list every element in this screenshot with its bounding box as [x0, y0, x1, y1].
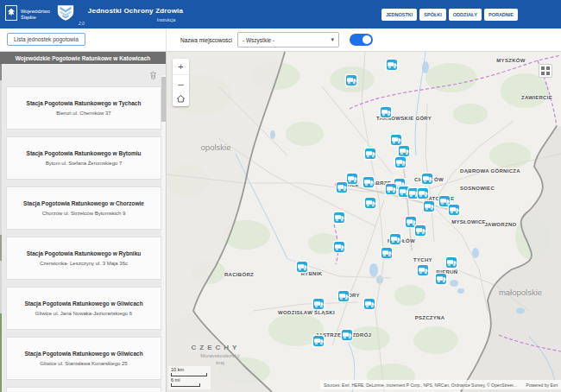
ambulance-marker-icon — [435, 272, 448, 285]
ambulance-station-marker[interactable] — [417, 187, 430, 200]
nav-button-jednostki[interactable]: JEDNOSTKI — [381, 9, 417, 21]
zoom-in-button[interactable]: + — [173, 59, 189, 75]
home-extent-button[interactable] — [173, 90, 189, 106]
panel-title: Wojewódzkie Pogotowie Ratunkowe w Katowi… — [0, 52, 166, 64]
station-card-partial[interactable] — [7, 388, 161, 392]
ambulance-marker-icon — [381, 247, 394, 260]
station-address: Bytom ul. Stefana Żeromskiego 7 — [46, 161, 123, 166]
place-select[interactable]: - Wszystkie - ▾ — [237, 32, 339, 47]
nav-button-oddziały[interactable]: ODDZIAŁY — [449, 9, 482, 21]
station-address: Gliwice ul. Stanisława Konarskiego 25 — [40, 361, 127, 366]
title-block: Jednostki Ochrony Zdrowia Instrukcja — [88, 7, 183, 22]
station-title: Stacja Pogotowia Ratunkowego w Tychach — [27, 100, 142, 107]
ambulance-station-marker[interactable] — [295, 261, 308, 274]
attribution-text: Sources: Esri, HERE, DeLorme, increment … — [324, 383, 521, 388]
ambulance-station-marker[interactable] — [414, 224, 427, 237]
toggle-knob — [362, 35, 371, 44]
station-card[interactable]: Stacja Pogotowia Ratunkowego w Gliwicach… — [7, 288, 161, 329]
station-card[interactable]: Stacja Pogotowia Ratunkowego w Chorzowie… — [7, 187, 161, 229]
sidebar-scrollbar-thumb[interactable] — [161, 77, 166, 122]
nav-button-spółki[interactable]: SPÓŁKI — [419, 9, 445, 21]
ambulance-station-marker[interactable] — [423, 200, 436, 213]
ambulance-marker-icon — [333, 241, 346, 254]
ambulance-station-marker[interactable] — [364, 197, 377, 210]
ambulance-station-marker[interactable] — [448, 204, 461, 217]
grid-icon — [541, 66, 550, 75]
nav-button-poradnie[interactable]: PORADNIE — [484, 9, 518, 21]
ambulance-marker-icon — [364, 197, 377, 210]
app-title: Jednostki Ochrony Zdrowia — [88, 7, 183, 15]
shield-logo-icon: 2.0 — [56, 4, 84, 25]
sidebar-toolbar: Lista jednostek pogotowia — [0, 28, 167, 51]
attribution-bar: Sources: Esri, HERE, DeLorme, increment … — [320, 380, 561, 389]
ambulance-marker-icon — [421, 172, 434, 185]
ambulance-marker-icon — [389, 233, 402, 246]
ambulance-station-marker[interactable] — [337, 289, 350, 302]
station-title: Stacja Pogotowia Ratunkowego w Bytomiu — [27, 150, 142, 157]
ambulance-marker-icon — [336, 181, 349, 194]
ambulance-station-marker[interactable] — [394, 156, 407, 169]
scale-km-label: 10 km — [171, 367, 184, 372]
station-title: Stacja Pogotowia Ratunkowego w Rybniku — [27, 250, 142, 257]
ambulance-marker-icon — [414, 224, 427, 237]
ambulance-station-marker[interactable] — [445, 256, 458, 269]
chevron-down-icon: ▾ — [331, 36, 334, 43]
basemap-art — [167, 52, 561, 392]
ambulance-marker-icon — [337, 289, 350, 302]
ambulance-station-marker[interactable] — [389, 233, 402, 246]
place-name-label: Nazwa miejscowości — [180, 37, 232, 43]
station-card[interactable]: Stacja Pogotowia Ratunkowego w Gliwicach… — [7, 338, 161, 379]
ambulance-marker-icon — [295, 261, 308, 274]
stations-panel: Stacja Pogotowia Ratunkowego w TychachBi… — [0, 64, 166, 392]
list-units-button[interactable]: Lista jednostek pogotowia — [7, 33, 85, 46]
layer-toggle[interactable] — [350, 34, 373, 46]
ambulance-marker-icon — [385, 183, 398, 196]
station-card[interactable]: Stacja Pogotowia Ratunkowego w TychachBi… — [7, 87, 161, 129]
ambulance-marker-icon — [386, 59, 399, 72]
station-card[interactable]: Stacja Pogotowia Ratunkowego w RybnikuCz… — [7, 237, 161, 279]
instruction-link[interactable]: Instrukcja — [157, 17, 183, 22]
ambulance-station-marker[interactable] — [336, 181, 349, 194]
ambulance-marker-icon — [364, 148, 377, 161]
station-address: Czerwionka- Leszczyny ul. 3 Maja 36c — [40, 261, 128, 266]
trash-icon[interactable] — [149, 67, 157, 83]
ambulance-marker-icon — [417, 264, 430, 277]
ambulance-station-marker[interactable] — [333, 241, 346, 254]
station-card[interactable]: Stacja Pogotowia Ratunkowego w BytomiuBy… — [7, 137, 161, 179]
place-select-value: - Wszystkie - — [243, 37, 274, 43]
ambulance-station-marker[interactable] — [385, 183, 398, 196]
ambulance-marker-icon — [362, 176, 375, 189]
sidebar-scrollbar[interactable] — [161, 75, 166, 392]
voivodeship-emblem-icon — [5, 5, 17, 24]
ambulance-marker-icon — [341, 329, 354, 342]
ambulance-marker-icon — [380, 105, 393, 118]
ambulance-marker-icon — [445, 256, 458, 269]
ambulance-station-marker[interactable] — [417, 264, 430, 277]
ambulance-station-marker[interactable] — [345, 73, 358, 86]
ambulance-station-marker[interactable] — [380, 105, 393, 118]
ambulance-station-marker[interactable] — [362, 176, 375, 189]
ambulance-station-marker[interactable] — [333, 212, 346, 224]
zoom-controls: + – — [173, 59, 189, 92]
sub-toolbar: Lista jednostek pogotowia Nazwa miejscow… — [0, 28, 561, 52]
basemap-gallery-button[interactable] — [539, 64, 552, 78]
main-content: Wojewódzkie Pogotowie Ratunkowe w Katowi… — [0, 52, 561, 392]
ambulance-marker-icon — [312, 297, 325, 310]
header-nav: JEDNOSTKISPÓŁKIODDZIAŁYPORADNIE — [381, 9, 518, 21]
ambulance-station-marker[interactable] — [363, 297, 376, 310]
ambulance-marker-icon — [312, 335, 325, 348]
ambulance-station-marker[interactable] — [421, 172, 434, 185]
map-canvas[interactable]: MYSZKÓWZAWIERCIETARNOWSKIE GÓRYopolskieD… — [167, 52, 561, 392]
station-title: Stacja Pogotowia Ratunkowego w Gliwicach — [24, 300, 142, 307]
ambulance-station-marker[interactable] — [386, 59, 399, 72]
station-title: Stacja Pogotowia Ratunkowego w Chorzowie — [23, 200, 144, 207]
ambulance-station-marker[interactable] — [341, 329, 354, 342]
ambulance-station-marker[interactable] — [435, 272, 448, 285]
ambulance-station-marker[interactable] — [312, 297, 325, 310]
ambulance-marker-icon — [417, 187, 430, 200]
ambulance-station-marker[interactable] — [312, 335, 325, 348]
map-filter-bar: Nazwa miejscowości - Wszystkie - ▾ — [167, 28, 561, 51]
ambulance-station-marker[interactable] — [381, 247, 394, 260]
ambulance-station-marker[interactable] — [364, 148, 377, 161]
ambulance-marker-icon — [363, 297, 376, 310]
